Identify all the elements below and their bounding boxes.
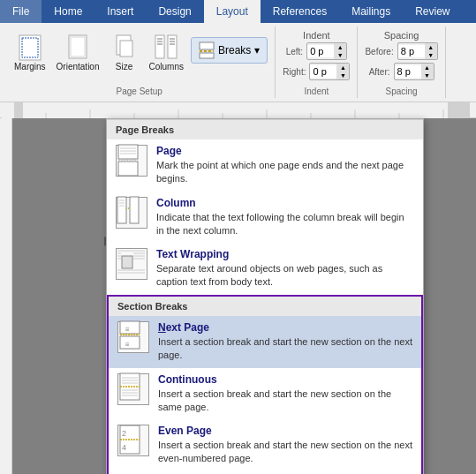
svg-rect-32 <box>118 162 138 176</box>
page-setup-label: Page Setup <box>117 87 162 96</box>
svg-text:2: 2 <box>122 429 126 438</box>
margins-label: Margins <box>14 62 46 71</box>
svg-rect-0 <box>19 35 41 60</box>
left-indent-up[interactable]: ▲ <box>334 43 346 51</box>
continuous-item[interactable]: Continuous Insert a section break and st… <box>109 368 421 420</box>
breaks-dropdown-arrow: ▾ <box>254 44 260 56</box>
breaks-button[interactable]: Breaks ▾ <box>191 37 268 64</box>
indent-label: Indent <box>303 30 330 41</box>
tab-file[interactable]: File <box>0 0 42 23</box>
right-indent-input[interactable]: ▲ ▼ <box>309 63 350 80</box>
page-icon-svg <box>117 144 147 177</box>
tab-home[interactable]: Home <box>42 0 94 23</box>
even-page-text: Even Page Insert a section break and sta… <box>158 425 412 465</box>
svg-rect-42 <box>122 256 132 268</box>
text-wrapping-text: Text Wrapping Separate text around objec… <box>156 248 414 289</box>
document-area: ▶ Page Breaks Page Mark the point at whi… <box>0 118 476 474</box>
continuous-title: Continuous <box>158 373 412 386</box>
svg-rect-37 <box>130 197 139 223</box>
tab-layout[interactable]: Layout <box>204 0 261 23</box>
section-breaks-container: Section Breaks ≡ ≡ Next Page <box>107 295 423 474</box>
after-label: After: <box>369 67 390 77</box>
left-indent-value[interactable] <box>307 45 334 57</box>
right-indent-down[interactable]: ▼ <box>336 71 349 79</box>
after-spacing-value[interactable] <box>395 65 421 78</box>
size-icon <box>110 34 139 62</box>
before-spacing-up[interactable]: ▲ <box>425 43 437 51</box>
after-spacing-down[interactable]: ▼ <box>421 71 434 79</box>
columns-icon <box>152 34 180 62</box>
evenpage-icon-svg: 2 4 <box>118 424 148 457</box>
text-wrapping-desc: Separate text around objects on web page… <box>156 262 414 289</box>
spacing-label: Spacing <box>384 30 419 41</box>
next-page-title-rest: ext Page <box>166 321 209 334</box>
before-spacing-down[interactable]: ▼ <box>425 51 437 59</box>
ribbon-bar: Margins Orientation <box>0 23 476 102</box>
tab-design[interactable]: Design <box>146 0 203 23</box>
svg-text:≡: ≡ <box>125 326 130 334</box>
tab-review[interactable]: Review <box>403 0 462 23</box>
next-page-title: Next Page <box>158 321 412 334</box>
even-page-icon: 2 4 <box>117 425 149 456</box>
column-break-icon <box>116 197 147 229</box>
svg-rect-17 <box>2 102 470 118</box>
orientation-button[interactable]: Orientation <box>53 32 103 73</box>
svg-rect-5 <box>120 41 132 56</box>
text-wrapping-title: Text Wrapping <box>156 248 414 260</box>
svg-rect-54 <box>120 336 140 349</box>
svg-text:4: 4 <box>122 443 126 452</box>
margins-button[interactable]: Margins <box>11 32 49 73</box>
tab-references[interactable]: References <box>261 0 339 23</box>
margins-icon <box>16 34 44 62</box>
right-indent-label: Right: <box>283 67 306 77</box>
svg-rect-14 <box>200 42 214 49</box>
right-indent-value[interactable] <box>310 65 336 78</box>
left-indent-input[interactable]: ▲ ▼ <box>306 42 347 60</box>
even-page-item[interactable]: 2 4 Even Page Insert a section break and… <box>109 419 421 471</box>
size-label: Size <box>116 62 132 71</box>
page-break-desc: Mark the point at which one page ends an… <box>156 159 414 185</box>
tab-insert[interactable]: Insert <box>94 0 146 23</box>
indent-group-label: Indent <box>304 87 329 96</box>
column-break-item[interactable]: Column Indicate that the text following … <box>107 192 423 244</box>
before-spacing-value[interactable] <box>398 45 425 57</box>
next-page-desc: Insert a section break and start the new… <box>158 335 412 362</box>
columns-button[interactable]: Columns <box>146 32 187 73</box>
next-page-text: Next Page Insert a section break and sta… <box>158 321 412 362</box>
after-spacing-up[interactable]: ▲ <box>421 64 434 71</box>
svg-rect-16 <box>200 53 214 58</box>
even-page-desc: Insert a section break and start the new… <box>158 439 412 465</box>
svg-rect-2 <box>69 35 87 58</box>
svg-rect-52 <box>120 321 140 334</box>
column-icon-svg <box>117 196 147 229</box>
svg-rect-19 <box>448 102 470 118</box>
spacing-group: Spacing Before: ▲ ▼ After: ▲ ▼ Spacing <box>358 26 445 98</box>
svg-rect-18 <box>14 102 23 118</box>
right-indent-up[interactable]: ▲ <box>336 64 349 71</box>
next-page-item[interactable]: ≡ ≡ Next Page Insert a section break and… <box>109 316 421 368</box>
page-break-title: Page <box>156 145 414 157</box>
even-page-title: Even Page <box>158 425 412 437</box>
column-break-desc: Indicate that the text following the col… <box>156 211 414 237</box>
left-indent-down[interactable]: ▼ <box>334 51 346 59</box>
before-label: Before: <box>365 47 393 56</box>
next-page-icon: ≡ ≡ <box>117 321 149 353</box>
horizontal-ruler <box>0 102 476 118</box>
orientation-icon <box>64 34 92 62</box>
tab-mailings[interactable]: Mailings <box>339 0 403 23</box>
nextpage-icon-svg: ≡ ≡ <box>118 320 148 354</box>
page-break-icon <box>116 145 147 177</box>
left-indent-label: Left: <box>286 47 303 56</box>
size-button[interactable]: Size <box>107 32 142 73</box>
column-break-text: Column Indicate that the text following … <box>156 197 414 237</box>
before-spacing-input[interactable]: ▲ ▼ <box>397 42 438 60</box>
indent-group: Indent Left: ▲ ▼ Right: ▲ ▼ Indent <box>276 26 358 98</box>
text-wrapping-item[interactable]: Text Wrapping Separate text around objec… <box>107 243 423 295</box>
page-setup-group: Margins Orientation <box>4 26 276 98</box>
after-spacing-input[interactable]: ▲ ▼ <box>394 63 434 80</box>
ruler-svg <box>2 102 470 118</box>
continuous-text: Continuous Insert a section break and st… <box>158 373 412 414</box>
page-break-text: Page Mark the point at which one page en… <box>156 145 414 185</box>
page-break-item[interactable]: Page Mark the point at which one page en… <box>107 139 423 192</box>
textwrap-icon-svg <box>117 247 147 281</box>
